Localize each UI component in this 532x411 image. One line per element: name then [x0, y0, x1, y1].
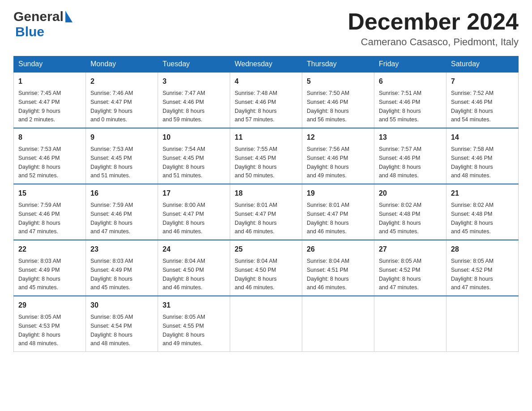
- table-row: 13 Sunrise: 7:57 AMSunset: 4:46 PMDaylig…: [374, 128, 446, 184]
- day-number: 25: [235, 244, 297, 255]
- day-number: 18: [235, 188, 297, 199]
- table-row: 16 Sunrise: 7:59 AMSunset: 4:46 PMDaylig…: [86, 184, 158, 240]
- table-row: [230, 296, 302, 352]
- day-info: Sunrise: 8:03 AMSunset: 4:49 PMDaylight:…: [18, 258, 61, 291]
- calendar-title-area: December 2024 Camerano Casasco, Piedmont…: [348, 9, 519, 48]
- day-number: 16: [90, 188, 153, 199]
- table-row: 26 Sunrise: 8:04 AMSunset: 4:51 PMDaylig…: [302, 240, 374, 296]
- table-row: 23 Sunrise: 8:03 AMSunset: 4:49 PMDaylig…: [86, 240, 158, 296]
- calendar-table: Sunday Monday Tuesday Wednesday Thursday…: [13, 56, 519, 352]
- table-row: [302, 296, 374, 352]
- day-number: 13: [379, 132, 442, 143]
- day-info: Sunrise: 7:47 AMSunset: 4:46 PMDaylight:…: [163, 90, 205, 123]
- day-number: 12: [307, 132, 369, 143]
- table-row: 10 Sunrise: 7:54 AMSunset: 4:45 PMDaylig…: [158, 128, 230, 184]
- table-row: 14 Sunrise: 7:58 AMSunset: 4:46 PMDaylig…: [446, 128, 519, 184]
- calendar-week-row: 8 Sunrise: 7:53 AMSunset: 4:46 PMDayligh…: [14, 128, 519, 184]
- day-number: 6: [379, 76, 442, 87]
- day-number: 7: [451, 76, 514, 87]
- table-row: 8 Sunrise: 7:53 AMSunset: 4:46 PMDayligh…: [14, 128, 86, 184]
- table-row: 30 Sunrise: 8:05 AMSunset: 4:54 PMDaylig…: [86, 296, 158, 352]
- day-info: Sunrise: 8:00 AMSunset: 4:47 PMDaylight:…: [163, 202, 205, 235]
- day-number: 1: [18, 76, 81, 87]
- day-info: Sunrise: 8:02 AMSunset: 4:48 PMDaylight:…: [379, 202, 421, 235]
- col-friday: Friday: [374, 56, 446, 73]
- day-number: 5: [307, 76, 369, 87]
- table-row: 3 Sunrise: 7:47 AMSunset: 4:46 PMDayligh…: [158, 72, 230, 128]
- table-row: [374, 296, 446, 352]
- col-sunday: Sunday: [14, 56, 86, 73]
- day-number: 11: [235, 132, 297, 143]
- day-info: Sunrise: 7:56 AMSunset: 4:46 PMDaylight:…: [307, 146, 349, 179]
- logo-general: General: [13, 9, 64, 24]
- day-number: 22: [18, 244, 81, 255]
- day-number: 29: [18, 300, 81, 311]
- day-info: Sunrise: 8:05 AMSunset: 4:52 PMDaylight:…: [379, 258, 421, 291]
- calendar-week-row: 1 Sunrise: 7:45 AMSunset: 4:47 PMDayligh…: [14, 72, 519, 128]
- day-info: Sunrise: 8:05 AMSunset: 4:53 PMDaylight:…: [18, 314, 61, 347]
- day-number: 9: [90, 132, 153, 143]
- logo-flag-icon: [65, 11, 73, 22]
- table-row: 6 Sunrise: 7:51 AMSunset: 4:46 PMDayligh…: [374, 72, 446, 128]
- day-info: Sunrise: 8:03 AMSunset: 4:49 PMDaylight:…: [90, 258, 133, 291]
- day-info: Sunrise: 8:05 AMSunset: 4:54 PMDaylight:…: [90, 314, 133, 347]
- day-number: 30: [90, 300, 153, 311]
- table-row: 7 Sunrise: 7:52 AMSunset: 4:46 PMDayligh…: [446, 72, 519, 128]
- day-number: 8: [18, 132, 81, 143]
- day-number: 23: [90, 244, 153, 255]
- page-header: General Blue December 2024 Camerano Casa…: [13, 9, 519, 48]
- table-row: 24 Sunrise: 8:04 AMSunset: 4:50 PMDaylig…: [158, 240, 230, 296]
- table-row: 27 Sunrise: 8:05 AMSunset: 4:52 PMDaylig…: [374, 240, 446, 296]
- table-row: 18 Sunrise: 8:01 AMSunset: 4:47 PMDaylig…: [230, 184, 302, 240]
- table-row: 4 Sunrise: 7:48 AMSunset: 4:46 PMDayligh…: [230, 72, 302, 128]
- calendar-week-row: 15 Sunrise: 7:59 AMSunset: 4:46 PMDaylig…: [14, 184, 519, 240]
- table-row: 20 Sunrise: 8:02 AMSunset: 4:48 PMDaylig…: [374, 184, 446, 240]
- col-monday: Monday: [86, 56, 158, 73]
- day-info: Sunrise: 8:02 AMSunset: 4:48 PMDaylight:…: [451, 202, 493, 235]
- day-number: 10: [163, 132, 225, 143]
- day-number: 27: [379, 244, 442, 255]
- table-row: 2 Sunrise: 7:46 AMSunset: 4:47 PMDayligh…: [86, 72, 158, 128]
- day-number: 21: [451, 188, 514, 199]
- table-row: 31 Sunrise: 8:05 AMSunset: 4:55 PMDaylig…: [158, 296, 230, 352]
- day-info: Sunrise: 7:48 AMSunset: 4:46 PMDaylight:…: [235, 90, 277, 123]
- table-row: 17 Sunrise: 8:00 AMSunset: 4:47 PMDaylig…: [158, 184, 230, 240]
- table-row: [446, 296, 519, 352]
- col-wednesday: Wednesday: [230, 56, 302, 73]
- table-row: 12 Sunrise: 7:56 AMSunset: 4:46 PMDaylig…: [302, 128, 374, 184]
- table-row: 29 Sunrise: 8:05 AMSunset: 4:53 PMDaylig…: [14, 296, 86, 352]
- calendar-week-row: 29 Sunrise: 8:05 AMSunset: 4:53 PMDaylig…: [14, 296, 519, 352]
- day-number: 31: [163, 300, 225, 311]
- day-number: 3: [163, 76, 225, 87]
- day-info: Sunrise: 7:57 AMSunset: 4:46 PMDaylight:…: [379, 146, 421, 179]
- day-info: Sunrise: 7:58 AMSunset: 4:46 PMDaylight:…: [451, 146, 493, 179]
- table-row: 22 Sunrise: 8:03 AMSunset: 4:49 PMDaylig…: [14, 240, 86, 296]
- day-number: 15: [18, 188, 81, 199]
- day-info: Sunrise: 7:53 AMSunset: 4:45 PMDaylight:…: [90, 146, 133, 179]
- day-number: 17: [163, 188, 225, 199]
- table-row: 21 Sunrise: 8:02 AMSunset: 4:48 PMDaylig…: [446, 184, 519, 240]
- logo: General Blue: [13, 9, 73, 39]
- day-info: Sunrise: 8:01 AMSunset: 4:47 PMDaylight:…: [235, 202, 277, 235]
- day-number: 2: [90, 76, 153, 87]
- calendar-week-row: 22 Sunrise: 8:03 AMSunset: 4:49 PMDaylig…: [14, 240, 519, 296]
- table-row: 15 Sunrise: 7:59 AMSunset: 4:46 PMDaylig…: [14, 184, 86, 240]
- day-info: Sunrise: 7:59 AMSunset: 4:46 PMDaylight:…: [90, 202, 133, 235]
- day-info: Sunrise: 7:46 AMSunset: 4:47 PMDaylight:…: [90, 90, 133, 123]
- day-info: Sunrise: 7:50 AMSunset: 4:46 PMDaylight:…: [307, 90, 349, 123]
- table-row: 9 Sunrise: 7:53 AMSunset: 4:45 PMDayligh…: [86, 128, 158, 184]
- day-number: 19: [307, 188, 369, 199]
- day-number: 20: [379, 188, 442, 199]
- day-info: Sunrise: 7:59 AMSunset: 4:46 PMDaylight:…: [18, 202, 61, 235]
- table-row: 5 Sunrise: 7:50 AMSunset: 4:46 PMDayligh…: [302, 72, 374, 128]
- day-info: Sunrise: 7:55 AMSunset: 4:45 PMDaylight:…: [235, 146, 277, 179]
- day-number: 24: [163, 244, 225, 255]
- day-info: Sunrise: 8:05 AMSunset: 4:55 PMDaylight:…: [163, 314, 205, 347]
- calendar-header-row: Sunday Monday Tuesday Wednesday Thursday…: [14, 56, 519, 73]
- day-info: Sunrise: 8:01 AMSunset: 4:47 PMDaylight:…: [307, 202, 349, 235]
- day-number: 4: [235, 76, 297, 87]
- table-row: 11 Sunrise: 7:55 AMSunset: 4:45 PMDaylig…: [230, 128, 302, 184]
- col-saturday: Saturday: [446, 56, 519, 73]
- day-info: Sunrise: 8:05 AMSunset: 4:52 PMDaylight:…: [451, 258, 493, 291]
- logo-blue: Blue: [13, 24, 44, 39]
